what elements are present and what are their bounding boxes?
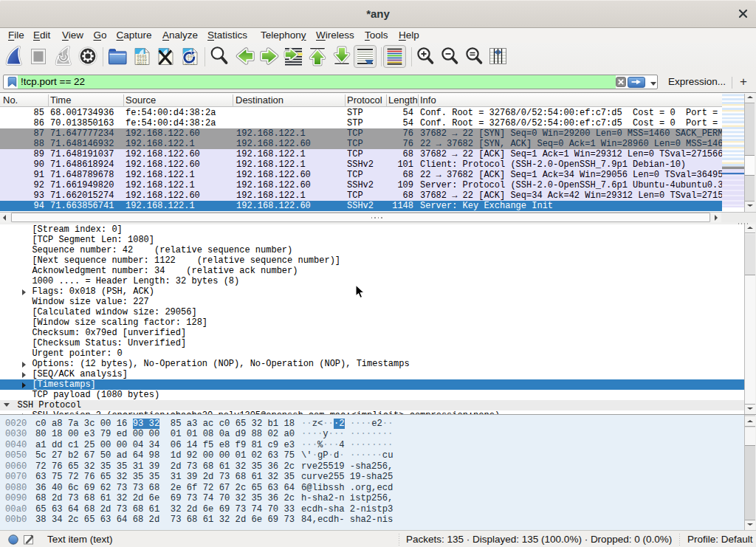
svg-text:0011: 0011 [137,61,148,66]
